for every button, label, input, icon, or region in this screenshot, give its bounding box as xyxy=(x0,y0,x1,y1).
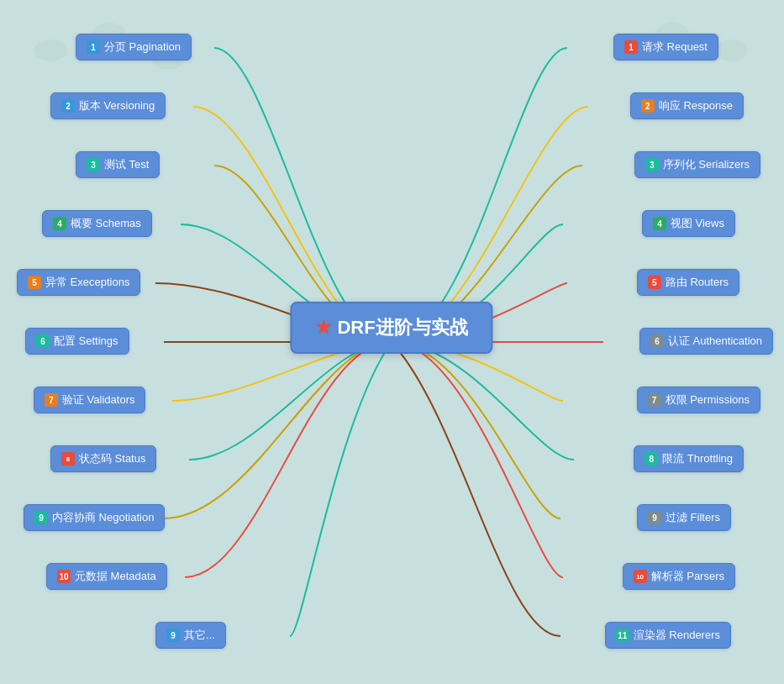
badge-4-right: 4 xyxy=(653,217,666,230)
node-request-label: 请求 Request xyxy=(642,39,708,55)
center-label: DRF进阶与实战 xyxy=(337,317,467,338)
node-serializers[interactable]: 3 序列化 Serializers xyxy=(634,151,760,178)
node-exceptions-label: 异常 Execeptions xyxy=(45,275,129,290)
node-views[interactable]: 4 视图 Views xyxy=(642,210,735,237)
badge-10-right: 10 xyxy=(634,570,647,583)
node-permissions[interactable]: 7 权限 Permissions xyxy=(637,387,760,413)
node-validators[interactable]: 7 验证 Validators xyxy=(34,387,145,413)
badge-5-right: 5 xyxy=(648,276,661,289)
badge-8-right: 8 xyxy=(645,452,658,466)
badge-7-left: 7 xyxy=(45,393,58,407)
badge-9-left-other: 9 xyxy=(166,629,180,642)
node-versioning-label: 版本 Versioning xyxy=(79,98,155,113)
badge-2-right: 2 xyxy=(641,99,655,113)
node-pagination[interactable]: 1 分页 Pagination xyxy=(76,34,192,61)
badge-5-left: 5 xyxy=(28,276,41,289)
badge-1-right: 1 xyxy=(624,40,638,54)
badge-2-left: 2 xyxy=(61,99,75,113)
badge-6-left: 6 xyxy=(36,334,50,348)
node-test[interactable]: 3 测试 Test xyxy=(76,151,160,178)
node-routers-label: 路由 Routers xyxy=(666,275,729,290)
node-renderers-label: 渲染器 Renderers xyxy=(634,628,720,643)
badge-3-right: 3 xyxy=(645,158,659,171)
node-response[interactable]: 2 响应 Response xyxy=(630,92,744,119)
badge-6-right: 6 xyxy=(650,334,664,348)
node-metadata-label: 元数据 Metadata xyxy=(75,569,156,584)
node-authentication[interactable]: 6 认证 Authentication xyxy=(639,328,773,355)
node-throttling-label: 限流 Throttling xyxy=(662,451,733,466)
node-validators-label: 验证 Validators xyxy=(62,392,134,408)
badge-10-left: 10 xyxy=(57,570,71,583)
badge-9-right: 9 xyxy=(648,511,661,524)
node-throttling[interactable]: 8 限流 Throttling xyxy=(634,445,744,472)
node-other-label: 其它... xyxy=(184,628,215,643)
node-views-label: 视图 Views xyxy=(671,216,724,231)
node-settings-label: 配置 Settings xyxy=(54,334,118,349)
node-status[interactable]: 8 状态码 Status xyxy=(50,445,156,472)
badge-4-left: 4 xyxy=(53,217,66,230)
node-metadata[interactable]: 10 元数据 Metadata xyxy=(46,563,167,590)
badge-8-left: 8 xyxy=(61,452,75,466)
node-status-label: 状态码 Status xyxy=(79,451,145,466)
node-routers[interactable]: 5 路由 Routers xyxy=(637,269,739,296)
node-schemas-label: 概要 Schemas xyxy=(71,216,141,231)
node-schemas[interactable]: 4 概要 Schemas xyxy=(42,210,152,237)
badge-9-left: 9 xyxy=(34,511,48,524)
node-versioning[interactable]: 2 版本 Versioning xyxy=(50,92,166,119)
node-exceptions[interactable]: 5 异常 Execeptions xyxy=(17,269,140,296)
node-renderers[interactable]: 11 渲染器 Renderers xyxy=(605,622,731,649)
node-response-label: 响应 Response xyxy=(659,98,733,113)
node-filters[interactable]: 9 过滤 Filters xyxy=(637,504,731,531)
center-star: ★ xyxy=(315,317,332,338)
node-negotiation-label: 内容协商 Negotiation xyxy=(52,510,154,525)
node-request[interactable]: 1 请求 Request xyxy=(613,34,718,61)
badge-3-left: 3 xyxy=(87,158,100,171)
node-serializers-label: 序列化 Serializers xyxy=(663,157,750,172)
badge-11-right: 11 xyxy=(616,629,629,642)
badge-1-left: 1 xyxy=(87,40,100,54)
node-negotiation[interactable]: 9 内容协商 Negotiation xyxy=(24,504,165,531)
node-filters-label: 过滤 Filters xyxy=(666,510,720,525)
node-parsers[interactable]: 10 解析器 Parsers xyxy=(623,563,735,590)
node-other[interactable]: 9 其它... xyxy=(155,622,226,649)
badge-7-right: 7 xyxy=(648,393,661,407)
node-permissions-label: 权限 Permissions xyxy=(666,392,750,408)
node-authentication-label: 认证 Authentication xyxy=(668,334,762,349)
node-test-label: 测试 Test xyxy=(104,157,149,172)
node-settings[interactable]: 6 配置 Settings xyxy=(25,328,129,355)
node-pagination-label: 分页 Pagination xyxy=(104,39,181,55)
node-parsers-label: 解析器 Parsers xyxy=(651,569,724,584)
center-node: ★DRF进阶与实战 xyxy=(290,302,492,354)
